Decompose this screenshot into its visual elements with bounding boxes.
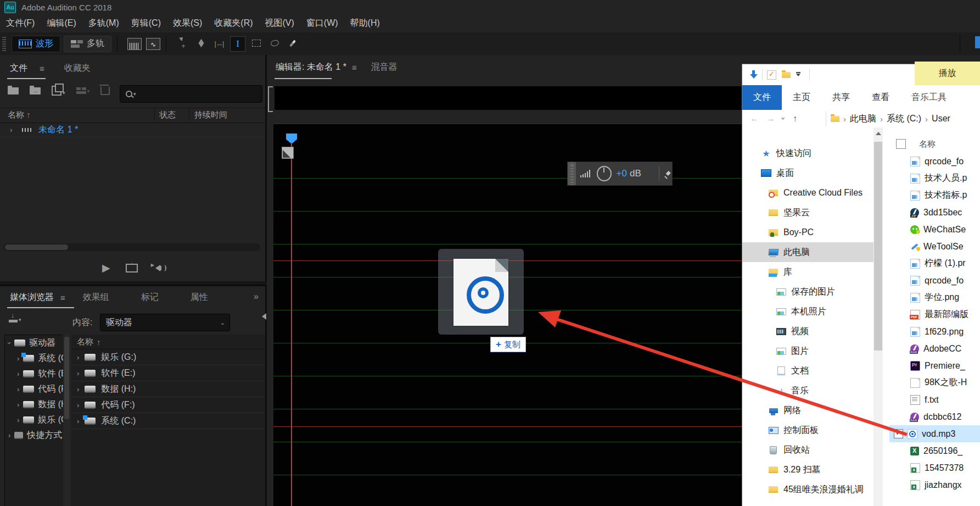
explorer-sidebar-item[interactable]: 此电脑 bbox=[742, 242, 873, 262]
multitrack-view-button[interactable]: 多轨 bbox=[64, 36, 111, 52]
tab-overflow-icon[interactable]: » bbox=[254, 292, 259, 302]
forward-icon[interactable]: → bbox=[766, 114, 775, 124]
file-list-header[interactable]: 名称 bbox=[889, 136, 980, 152]
tab-files[interactable]: 文件 bbox=[10, 63, 27, 74]
explorer-sidebar-item[interactable]: 回收站 bbox=[742, 440, 873, 460]
new-file-icon[interactable] bbox=[52, 86, 61, 96]
drive-row[interactable]: › 软件 (E:) bbox=[71, 365, 265, 381]
waveform-view-button[interactable]: 波形 bbox=[12, 36, 60, 52]
explorer-file-row[interactable]: 15457378 bbox=[889, 459, 980, 476]
tree-drive-item[interactable]: › 代码 (F:) bbox=[5, 381, 64, 397]
explorer-sidebar-item[interactable]: 保存的图片 bbox=[742, 282, 873, 302]
explorer-sidebar-item[interactable]: 网络 bbox=[742, 401, 873, 420]
pin-icon[interactable] bbox=[665, 170, 672, 177]
tool-button[interactable] bbox=[212, 36, 226, 51]
panel-menu-icon[interactable]: ≡ bbox=[40, 64, 44, 73]
play-icon[interactable]: ▶ bbox=[102, 262, 110, 274]
up-icon[interactable]: ↑ bbox=[793, 114, 797, 124]
expand-chevron-icon[interactable]: › bbox=[8, 431, 10, 440]
explorer-file-row[interactable]: f.txt bbox=[889, 391, 980, 408]
tab-markers[interactable]: 标记 bbox=[141, 292, 159, 303]
explorer-sidebar-item[interactable]: 音乐 bbox=[742, 381, 873, 401]
media-list-header[interactable]: 名称↑ bbox=[71, 335, 265, 349]
back-icon[interactable]: ← bbox=[750, 114, 759, 124]
explorer-sidebar-item[interactable]: 45组唯美浪漫婚礼调 bbox=[742, 480, 873, 499]
explorer-file-row[interactable]: qrcode_fo bbox=[889, 153, 980, 170]
expand-chevron-icon[interactable]: › bbox=[17, 401, 19, 409]
tab-editor[interactable]: 编辑器: 未命名 1 * bbox=[276, 62, 346, 73]
expand-chevron-icon[interactable]: › bbox=[17, 385, 19, 393]
scrollbar-thumb[interactable] bbox=[5, 244, 68, 250]
volume-value[interactable]: +0 bbox=[617, 168, 627, 179]
explorer-file-row[interactable]: qrcode_fo bbox=[889, 272, 980, 289]
download-arrow-icon[interactable] bbox=[750, 70, 758, 79]
tree-drive-item[interactable]: › 数据 (H:) bbox=[5, 397, 64, 412]
scrollbar-thumb[interactable] bbox=[64, 337, 69, 419]
expand-chevron-icon[interactable]: › bbox=[17, 370, 19, 378]
explorer-sidebar-item[interactable]: 文档 bbox=[742, 361, 873, 381]
drive-row[interactable]: › 代码 (F:) bbox=[71, 397, 265, 413]
hud-drag-handle[interactable] bbox=[568, 162, 576, 185]
loop-playback-icon[interactable] bbox=[126, 264, 138, 273]
explorer-file-row[interactable]: WeToolSe bbox=[889, 238, 980, 255]
tree-shortcuts[interactable]: › 快捷方式 bbox=[5, 427, 64, 443]
select-all-checkbox[interactable] bbox=[896, 139, 906, 149]
breadcrumb-item[interactable]: 系统 (C:) bbox=[876, 113, 921, 125]
scrollbar-thumb[interactable] bbox=[874, 142, 882, 351]
column-status[interactable]: 状态 bbox=[159, 110, 176, 120]
menu-item[interactable]: 文件(F) bbox=[0, 14, 41, 32]
tree-scrollbar[interactable] bbox=[63, 335, 70, 506]
drive-row[interactable]: › 数据 (H:) bbox=[71, 381, 265, 397]
tool-button[interactable] bbox=[267, 36, 282, 51]
explorer-file-row[interactable]: jiazhangx bbox=[889, 476, 980, 493]
tool-button[interactable] bbox=[176, 36, 190, 51]
workspace-icon[interactable] bbox=[975, 36, 980, 48]
ribbon-tab[interactable]: 查看 bbox=[861, 85, 900, 110]
ribbon-tab[interactable]: 共享 bbox=[821, 85, 861, 110]
toolbar-grip[interactable] bbox=[2, 37, 6, 51]
tab-favorites[interactable]: 收藏夹 bbox=[64, 63, 91, 74]
explorer-file-row[interactable]: 98K之歌-H bbox=[889, 374, 980, 391]
explorer-file-row[interactable]: 1f629.png bbox=[889, 323, 980, 340]
file-item-row[interactable]: › 未命名 1 * bbox=[0, 123, 265, 137]
tree-root-drives[interactable]: › 驱动器 bbox=[5, 335, 64, 351]
overview-bracket-handle[interactable] bbox=[268, 86, 273, 112]
explorer-file-row[interactable]: 3dd15bec bbox=[889, 204, 980, 221]
tool-button[interactable] bbox=[249, 36, 264, 51]
explorer-sidebar-item[interactable]: 快速访问 bbox=[742, 143, 873, 163]
open-folder-icon[interactable] bbox=[8, 87, 19, 94]
menu-item[interactable]: 视图(V) bbox=[259, 14, 300, 32]
breadcrumb[interactable]: 此电脑系统 (C:)User bbox=[826, 111, 980, 126]
expand-chevron-icon[interactable]: › bbox=[77, 353, 79, 362]
expanded-chevron-icon[interactable]: › bbox=[5, 342, 14, 344]
explorer-file-row[interactable]: 学位.png bbox=[889, 289, 980, 306]
chevron-down-icon[interactable] bbox=[796, 74, 800, 76]
search-dropdown-icon[interactable]: ▾ bbox=[133, 91, 136, 97]
content-dropdown[interactable]: 驱动器 ⌄ bbox=[100, 314, 230, 331]
explorer-sidebar-item[interactable]: 3.29 扫墓 bbox=[742, 460, 873, 480]
waveform-display-button[interactable] bbox=[127, 38, 142, 50]
tree-drive-item[interactable]: › 软件 (E:) bbox=[5, 366, 64, 381]
explorer-sidebar-item[interactable]: 图片 bbox=[742, 341, 873, 361]
column-separator[interactable] bbox=[189, 109, 189, 120]
tool-button[interactable] bbox=[230, 36, 245, 52]
explorer-sidebar-item[interactable]: 本机照片 bbox=[742, 302, 873, 321]
explorer-sidebar-item[interactable]: 库 bbox=[742, 262, 873, 282]
explorer-sidebar-item[interactable]: 视频 bbox=[742, 321, 873, 341]
expand-chevron-icon[interactable]: › bbox=[77, 369, 79, 377]
explorer-file-row[interactable]: 技术人员.p bbox=[889, 170, 980, 187]
channel-corner-icon[interactable] bbox=[282, 147, 294, 159]
explorer-sidebar-item[interactable]: Boy-PC bbox=[742, 223, 873, 242]
tool-button[interactable] bbox=[194, 36, 208, 51]
ribbon-tab[interactable]: 文件 bbox=[742, 85, 782, 110]
explorer-file-row[interactable]: vod.mp3 bbox=[889, 425, 980, 442]
tree-drive-item[interactable]: › 娱乐 (G:) bbox=[5, 412, 64, 427]
horizontal-scrollbar[interactable] bbox=[3, 243, 260, 251]
explorer-file-row[interactable]: 最新部编版 bbox=[889, 306, 980, 323]
panel-menu-icon[interactable]: ≡ bbox=[60, 293, 65, 302]
panel-menu-icon[interactable]: ≡ bbox=[352, 63, 357, 72]
file-checkbox[interactable] bbox=[894, 429, 903, 438]
scroll-up-icon[interactable] bbox=[876, 132, 881, 135]
breadcrumb-item[interactable]: User bbox=[921, 113, 950, 125]
tab-properties[interactable]: 属性 bbox=[191, 292, 208, 303]
